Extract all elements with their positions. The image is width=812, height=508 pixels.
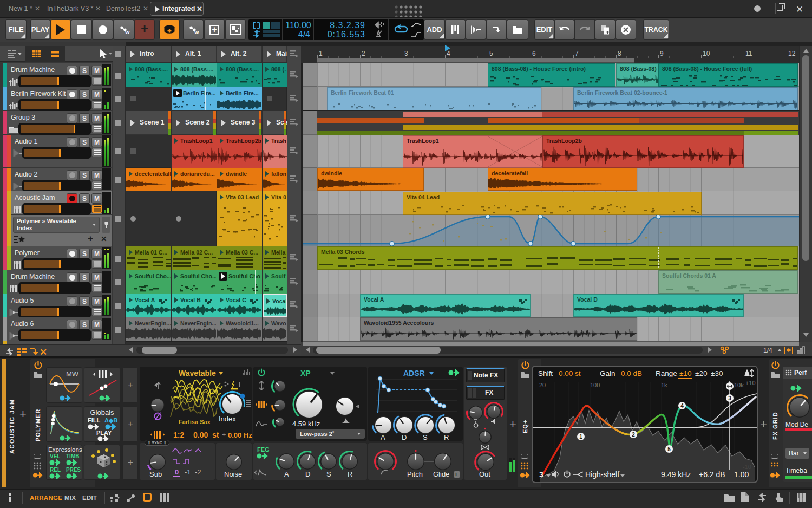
- svg-text:4: 4: [680, 403, 684, 409]
- svg-text:3: 3: [728, 395, 731, 401]
- svg-text:W: W: [194, 30, 199, 35]
- svg-text:5: 5: [667, 446, 671, 452]
- svg-text:1: 1: [579, 434, 582, 440]
- svg-text:W: W: [125, 30, 130, 35]
- svg-text:2: 2: [632, 432, 635, 438]
